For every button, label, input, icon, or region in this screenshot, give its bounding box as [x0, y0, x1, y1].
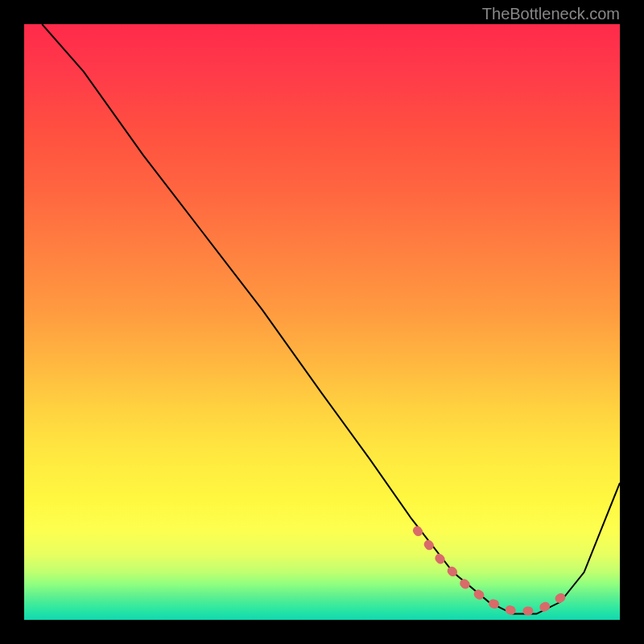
chart-area	[24, 24, 620, 620]
chart-svg	[24, 24, 620, 620]
highlight-segment	[417, 530, 572, 611]
main-curve	[42, 24, 620, 614]
watermark-text: TheBottleneck.com	[482, 5, 620, 23]
